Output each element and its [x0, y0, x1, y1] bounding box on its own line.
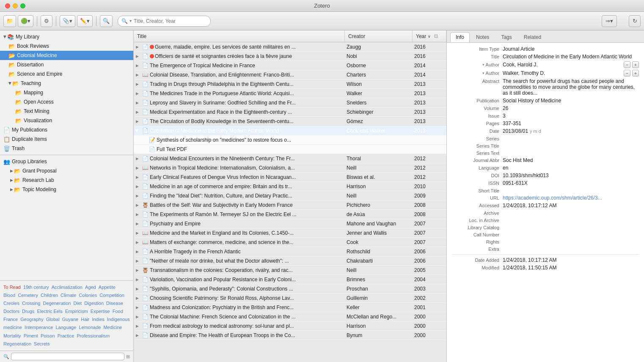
expand-icon[interactable]: ▶	[134, 203, 140, 207]
pages-value[interactable]: 337-351	[503, 121, 639, 126]
sidebar-search-input[interactable]	[11, 353, 124, 360]
expand-icon[interactable]: ▶	[134, 305, 140, 310]
author-1-value[interactable]: Cook, Harold J.	[503, 62, 622, 68]
tag-item[interactable]: Digestion	[84, 301, 105, 306]
tag-item[interactable]: Mortality	[3, 333, 22, 338]
column-header-year[interactable]: Year ∨ ⊡	[413, 30, 446, 42]
list-row[interactable]: ▶ 📄 Circulation of Medicine in the Early…	[134, 126, 446, 135]
tag-item[interactable]: Piment	[24, 333, 39, 338]
list-row[interactable]: ▶ 📄 Disease and Empire: The Health of Eu…	[134, 331, 446, 340]
expand-icon[interactable]: ▶	[134, 324, 140, 328]
publication-value[interactable]: Social History of Medicine	[503, 98, 639, 104]
author-add-button[interactable]: +	[632, 70, 639, 77]
list-row[interactable]: ▶ 📄 Colonial Medical Encounters in the N…	[134, 154, 446, 163]
tag-item[interactable]: Secrets	[34, 341, 50, 346]
list-row[interactable]: ▶ 📖 Networks in Tropical Medicine: Inter…	[134, 163, 446, 173]
doi-value[interactable]: 10.1093/shm/hkt013	[503, 173, 639, 178]
list-row[interactable]: 📄 Full Text PDF	[134, 145, 446, 154]
list-row[interactable]: ▶ 📄 Officiers de santé et soignantes cré…	[134, 52, 446, 61]
list-row[interactable]: 📝 Synthesis of scholarship on "medicines…	[134, 135, 446, 145]
minimize-button[interactable]	[13, 3, 18, 8]
tag-item[interactable]: Crossing	[22, 301, 41, 306]
tag-item[interactable]: Diet	[74, 301, 83, 306]
list-row[interactable]: ▶ 🦉 Transnationalism in the colonies: Co…	[134, 266, 446, 275]
tag-item[interactable]: Children	[41, 293, 59, 298]
new-item-button[interactable]: 🟢▾	[18, 15, 33, 27]
list-row[interactable]: ▶ 📄 Psychiatry and Empire Mahone and Vau…	[134, 219, 446, 228]
tab-related[interactable]: Related	[518, 32, 547, 42]
volume-value[interactable]: 26	[503, 105, 639, 111]
list-row[interactable]: ▶ 📄 Variolation, Vaccination and Popular…	[134, 275, 446, 284]
column-options-icon[interactable]: ⊡	[434, 33, 438, 39]
sidebar-item-colonial-medicine[interactable]: 📂 Colonial Medicine	[0, 51, 133, 60]
tag-item[interactable]: France	[3, 317, 19, 322]
sidebar-item-open-access[interactable]: 📂 Open Access	[0, 97, 133, 107]
list-row[interactable]: ▶ 📄 Leprosy and Slavery in Suriname: God…	[134, 98, 446, 107]
close-button[interactable]	[5, 3, 10, 8]
locate-button[interactable]: ↻	[629, 15, 641, 27]
tag-item[interactable]: Language	[55, 325, 77, 330]
tab-notes[interactable]: Notes	[471, 32, 495, 42]
expand-icon[interactable]: ▶	[134, 212, 140, 217]
sync-button[interactable]: ⇒▾	[602, 15, 617, 27]
item-type-value[interactable]: Journal Article	[503, 46, 639, 52]
sidebar-item-duplicate-items[interactable]: 📋 Duplicate Items	[0, 134, 133, 144]
expand-icon[interactable]: ▶	[134, 166, 140, 170]
tag-item[interactable]: Expertise	[91, 309, 111, 314]
author-remove-button[interactable]: −	[624, 70, 630, 77]
expand-icon[interactable]: ▶	[134, 268, 140, 272]
tag-item[interactable]: Acclimatization	[52, 285, 84, 290]
expand-icon[interactable]: ▶	[134, 287, 140, 291]
expand-icon[interactable]: ▶	[134, 315, 140, 319]
list-row[interactable]: ▶ 📄 The Medicines Trade in the Portugues…	[134, 89, 446, 98]
list-row[interactable]: ▶ 📄 Finding the "Ideal Diet": Nutrition,…	[134, 191, 446, 200]
list-row[interactable]: ▶ 📄 The Experiments of Ramón M. Termeyer…	[134, 210, 446, 219]
add-attachment-button[interactable]: 📎▾	[60, 15, 75, 27]
expand-icon[interactable]: ▶	[135, 127, 139, 134]
date-value[interactable]: 2013/08/01	[503, 128, 528, 134]
title-value[interactable]: Circulation of Medicine in the Early Mod…	[503, 54, 639, 60]
expand-icon[interactable]: ▶	[134, 184, 140, 189]
list-row[interactable]: ▶ 📖 Medicine and the Market in England a…	[134, 228, 446, 238]
expand-icon[interactable]: ▶	[134, 82, 140, 86]
expand-icon[interactable]: ▶	[134, 333, 140, 337]
expand-icon[interactable]: ▶	[134, 73, 140, 77]
abstract-value[interactable]: The search for powerful drugs has caused…	[503, 78, 639, 96]
list-row[interactable]: ▶ 📄 Trading in Drugs through Philadelphi…	[134, 80, 446, 89]
tag-item[interactable]: Hair	[81, 317, 91, 322]
sidebar-item-book-reviews[interactable]: 📂 Book Reviews	[0, 41, 133, 51]
expand-icon[interactable]: ▶	[134, 45, 140, 49]
advanced-search-button[interactable]: 🔍	[100, 15, 113, 27]
list-row[interactable]: ▶ 📖 Matters of exchange: commerce, medic…	[134, 238, 446, 247]
author-remove-button[interactable]: −	[624, 61, 630, 68]
tag-item[interactable]: Appetite	[99, 285, 116, 290]
add-note-button[interactable]: ✏️▾	[77, 15, 93, 27]
expand-icon[interactable]: ▶	[134, 296, 140, 300]
expand-icon[interactable]: ▶	[134, 250, 140, 254]
list-row[interactable]: ▶ 🦉 Battles of the Self: War and Subject…	[134, 200, 446, 210]
sidebar-item-visualization[interactable]: 📂 Visualization	[0, 116, 133, 125]
tag-item[interactable]: Blood	[3, 293, 17, 298]
sidebar-item-research-lab[interactable]: ▶ 📂 Research Lab	[0, 176, 133, 185]
search-input[interactable]	[134, 18, 207, 24]
tag-item[interactable]: Poison	[41, 333, 56, 338]
author-2-value[interactable]: Walker, Timothy D.	[503, 70, 622, 76]
author-add-button[interactable]: +	[632, 61, 639, 68]
expand-icon[interactable]: ▶	[134, 277, 140, 282]
sidebar-item-trash[interactable]: 🗑️ Trash	[0, 144, 133, 153]
list-row[interactable]: ▶ 📄 Medicine in an age of commerce and e…	[134, 182, 446, 191]
author-dropdown-icon[interactable]: ▾	[482, 71, 484, 75]
list-row[interactable]: ▶ 📄 Medical Experimentation and Race in …	[134, 107, 446, 117]
tag-item[interactable]: Regeneration	[3, 341, 33, 346]
list-row[interactable]: ▶ 📄 The Colonial Machine: French Science…	[134, 312, 446, 321]
expand-icon[interactable]: ▶	[134, 222, 140, 226]
tag-item[interactable]: Guyane	[62, 317, 80, 322]
sidebar-item-my-publications[interactable]: 📄 My Publications	[0, 125, 133, 134]
maximize-button[interactable]	[20, 3, 25, 8]
tag-item[interactable]: To Read	[3, 285, 22, 290]
tag-item[interactable]: Food	[113, 309, 123, 314]
tag-item[interactable]: Geography	[20, 317, 44, 322]
column-header-title[interactable]: Title	[134, 30, 345, 42]
list-row[interactable]: ▶ 📄 A Horrible Tragedy in the French Atl…	[134, 247, 446, 256]
expand-icon[interactable]: ▶	[134, 175, 140, 179]
